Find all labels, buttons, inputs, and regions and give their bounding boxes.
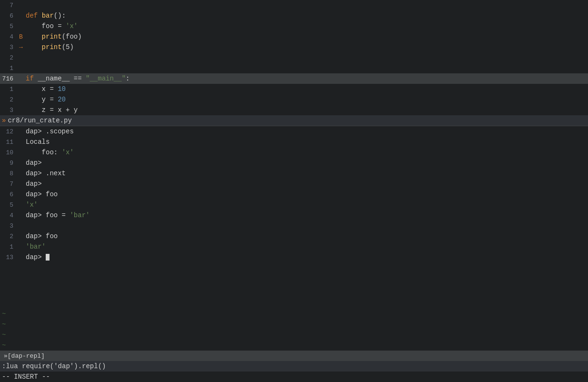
- term-content: dap> foo: [26, 191, 58, 198]
- mode-line: -- INSERT --: [0, 372, 588, 382]
- term-content: dap>: [26, 180, 42, 188]
- term-line-number: 2: [2, 233, 19, 240]
- term-line-number: 4: [2, 212, 19, 219]
- current-line-marker: →: [19, 44, 26, 51]
- line-number: 5: [2, 23, 19, 30]
- line-number: 7: [2, 2, 19, 9]
- code-line: 1: [0, 63, 588, 73]
- dap-repl-terminal[interactable]: 12 dap> .scopes 11 Locals 10 foo: 'x' 9 …: [0, 126, 588, 309]
- terminal-line: 1 'bar': [0, 241, 588, 252]
- terminal-line: 4 dap> foo = 'bar': [0, 210, 588, 221]
- code-line: 4 B print(foo): [0, 31, 588, 42]
- code-line: 1 x = 10: [0, 84, 588, 94]
- terminal-line: 10 foo: 'x': [0, 147, 588, 158]
- terminal-input-line[interactable]: 13 dap>: [0, 252, 588, 262]
- tilde-line: ~: [0, 319, 588, 330]
- text-cursor: [46, 254, 50, 261]
- status-bar-text: [dap-repl]: [8, 352, 45, 360]
- tilde-char: ~: [2, 331, 6, 339]
- line-number: 2: [2, 96, 19, 103]
- line-number: 4: [2, 33, 19, 40]
- term-line-number: 7: [2, 181, 19, 188]
- tilde-line: ~: [0, 309, 588, 319]
- terminal-line: 2 dap> foo: [0, 231, 588, 241]
- code-content: print(foo): [26, 33, 82, 40]
- term-content: dap> foo = 'bar': [26, 211, 90, 219]
- term-line-number: 1: [2, 243, 19, 251]
- code-line: 3 → print(5): [0, 42, 588, 52]
- terminal-line: 12 dap> .scopes: [0, 126, 588, 137]
- code-line: 3 z = x + y: [0, 105, 588, 115]
- line-number: 1: [2, 65, 19, 72]
- line-number: 3: [2, 107, 19, 114]
- file-path: cr8/run_crate.py: [8, 117, 71, 124]
- terminal-line: 7 dap>: [0, 179, 588, 189]
- tilde-char: ~: [2, 321, 6, 328]
- term-content: dap> .scopes: [26, 128, 74, 135]
- line-number: 6: [2, 12, 19, 20]
- arrow-icon: »: [2, 117, 6, 124]
- tilde-line: ~: [0, 330, 588, 340]
- term-line-number: 6: [2, 191, 19, 198]
- terminal-line: 11 Locals: [0, 137, 588, 147]
- file-separator: » cr8/run_crate.py: [0, 115, 588, 126]
- code-content: foo = 'x': [26, 22, 78, 30]
- code-content: y = 20: [26, 96, 66, 103]
- term-line-number: 3: [2, 222, 19, 230]
- term-content: dap>: [26, 253, 50, 261]
- tilde-char: ~: [2, 310, 6, 318]
- terminal-line: 3: [0, 221, 588, 231]
- tilde-line: ~: [0, 340, 588, 351]
- line-number: 716: [2, 75, 19, 82]
- code-editor: 7 6 def bar(): 5 foo = 'x' 4 B print(foo…: [0, 0, 588, 126]
- repl-label: »: [4, 352, 8, 360]
- code-content: z = x + y: [26, 106, 78, 114]
- code-line: 2 y = 20: [0, 94, 588, 105]
- term-line-number: 11: [2, 139, 19, 146]
- code-content: if __name__ == "__main__":: [26, 75, 130, 82]
- terminal-line: 8 dap> .next: [0, 168, 588, 179]
- tilde-section: ~ ~ ~ ~: [0, 309, 588, 351]
- tilde-char: ~: [2, 342, 6, 349]
- terminal-line: 9 dap>: [0, 158, 588, 168]
- breakpoint-marker: B: [19, 33, 26, 40]
- bottom-bar: :lua require('dap').repl(): [0, 361, 588, 372]
- term-content: Locals: [26, 138, 50, 146]
- editor-container: 7 6 def bar(): 5 foo = 'x' 4 B print(foo…: [0, 0, 588, 382]
- term-line-number: 12: [2, 128, 19, 135]
- term-line-number: 5: [2, 201, 19, 209]
- term-content: foo: 'x': [26, 149, 74, 156]
- terminal-line: 5 'x': [0, 200, 588, 210]
- code-line: 7: [0, 0, 588, 10]
- term-content: dap>: [26, 159, 42, 167]
- line-number: 1: [2, 86, 19, 93]
- insert-mode-indicator: -- INSERT --: [2, 373, 50, 381]
- highlighted-line: 716 if __name__ == "__main__":: [0, 73, 588, 84]
- lua-command: :lua require('dap').repl(): [2, 362, 106, 370]
- status-bar: » [dap-repl]: [0, 351, 588, 361]
- line-number: 2: [2, 54, 19, 61]
- term-line-number: 8: [2, 170, 19, 177]
- code-line: 2: [0, 52, 588, 63]
- code-content: def bar():: [26, 12, 66, 20]
- term-line-number: 10: [2, 149, 19, 156]
- code-line: 5 foo = 'x': [0, 21, 588, 31]
- term-line-number: 13: [2, 254, 19, 261]
- term-content: 'bar': [26, 243, 46, 251]
- terminal-line: 6 dap> foo: [0, 189, 588, 200]
- code-content: x = 10: [26, 85, 66, 93]
- term-line-number: 9: [2, 160, 19, 167]
- term-content: dap> foo: [26, 232, 58, 240]
- term-content: 'x': [26, 201, 38, 209]
- line-number: 3: [2, 44, 19, 51]
- term-content: dap> .next: [26, 170, 66, 177]
- code-content: print(5): [26, 43, 74, 51]
- code-line: 6 def bar():: [0, 10, 588, 21]
